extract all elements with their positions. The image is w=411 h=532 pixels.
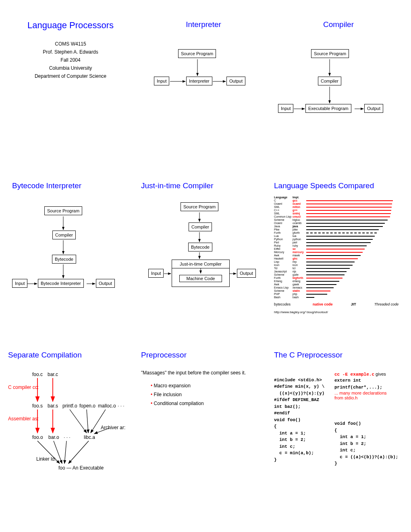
slide-speeds: Language Speeds Compared LanguageImpl. C… <box>274 181 407 314</box>
speed-row: Rubyruby <box>274 244 407 247</box>
svg-line-24 <box>91 409 106 433</box>
arrows <box>8 360 137 509</box>
speed-table: LanguageImpl. CgccOcamlocamlSMLmltonC++g… <box>274 196 407 299</box>
speed-row: Javajava <box>274 225 407 228</box>
arrows <box>12 190 133 307</box>
title: Preprocessor <box>141 351 266 360</box>
title: Just-in-time Compiler <box>141 181 266 190</box>
univ: Columbia University <box>12 65 129 71</box>
speed-row: Common Lispcmucl <box>274 215 407 218</box>
slide-pp: Preprocessor "Massages" the input before… <box>141 351 266 409</box>
speed-row: Schemeguile <box>274 273 407 276</box>
prof: Prof. Stephen A. Edwards <box>12 49 129 55</box>
speed-row: Lualua <box>274 235 407 238</box>
speed-row: Mercurymercury <box>274 251 407 254</box>
speed-row: Bashbash <box>274 296 407 299</box>
svg-line-23 <box>87 409 88 433</box>
arrows <box>274 29 403 118</box>
title: Language Processors <box>12 20 129 31</box>
title: Bytecode Interpreter <box>12 181 133 190</box>
speed-row: Perlperl <box>274 241 407 244</box>
code-right: cc -E example.c gives extern int printf(… <box>334 370 407 467</box>
speed-row: SMLsmlnj <box>274 212 407 215</box>
b3: Conditional compilation <box>151 401 266 406</box>
speed-row: Ocamlocaml <box>274 202 407 206</box>
title: Compiler <box>274 20 403 29</box>
speed-row: Pythonpython <box>274 238 407 241</box>
svg-line-26 <box>37 441 60 463</box>
dept: Department of Computer Science <box>12 73 129 79</box>
b2: File inclusion <box>151 392 266 397</box>
slide-title: Language Processors COMS W4115 Prof. Ste… <box>12 20 129 81</box>
title: Language Speeds Compared <box>274 181 407 190</box>
speed-row: Emacs Lispxemacs <box>274 286 407 289</box>
svg-line-28 <box>64 441 66 463</box>
speed-row: Forthgforth <box>274 231 407 235</box>
arrows <box>141 190 266 307</box>
desc: "Massages" the input before the compiler… <box>141 370 266 376</box>
speed-row: Ocamlocamlb <box>274 222 407 225</box>
speed-row: Lisprep <box>274 260 407 264</box>
slide-jit: Just-in-time Compiler Source Program Com… <box>141 181 266 310</box>
slide-cpp: The C Preprocessor #include <stdio.h> #d… <box>274 351 411 467</box>
speed-row: Schemestalin <box>274 289 407 293</box>
speed-row: C++g++ <box>274 209 407 212</box>
title: Interpreter <box>141 20 266 29</box>
speed-row: Awkmawk <box>274 254 407 257</box>
slide-compiler: Compiler Source Program Compiler Input E… <box>274 20 403 117</box>
url: http://www.bagley.org/˜doug/shootout/ <box>274 310 407 314</box>
speed-row: Eiffelse <box>274 247 407 251</box>
course: COMS W4115 <box>12 41 129 47</box>
speed-row: Forthbigforth <box>274 276 407 280</box>
svg-line-29 <box>68 441 89 463</box>
slide-sepcomp: Separate Compilation foo.c bar.c C compi… <box>8 351 137 520</box>
b1: Macro expansion <box>151 383 266 389</box>
speed-row: Erlangerlang <box>274 280 407 283</box>
term: Fall 2004 <box>12 57 129 63</box>
code-left: #include <stdio.h> #define min(x, y) \ (… <box>274 370 330 467</box>
speed-row: Iconicon <box>274 264 407 267</box>
slide-interpreter: Interpreter Source Program Input Interpr… <box>141 20 266 101</box>
speed-row: Schemebigloo <box>274 218 407 222</box>
legend: bytecodes native code JIT Threaded code <box>274 302 407 306</box>
title: Separate Compilation <box>8 351 137 360</box>
speed-row: Haskellghc <box>274 257 407 260</box>
speed-row: Pikepike <box>274 228 407 231</box>
speed-row: PHPphp <box>274 293 407 296</box>
speed-row: SMLmlton <box>274 206 407 209</box>
svg-line-25 <box>94 428 110 434</box>
arrows <box>141 29 266 94</box>
svg-line-22 <box>70 409 87 433</box>
svg-line-27 <box>54 441 62 463</box>
title: The C Preprocessor <box>274 351 411 360</box>
speed-row: Awkgawk <box>274 283 407 286</box>
code-columns: #include <stdio.h> #define min(x, y) \ (… <box>274 370 411 467</box>
speed-row: Tcltcl <box>274 267 407 270</box>
slide-bytecode: Bytecode Interpreter Source Program Comp… <box>12 181 133 310</box>
speed-row: Javascriptnjs <box>274 270 407 273</box>
speed-row: Cgcc <box>274 199 407 202</box>
